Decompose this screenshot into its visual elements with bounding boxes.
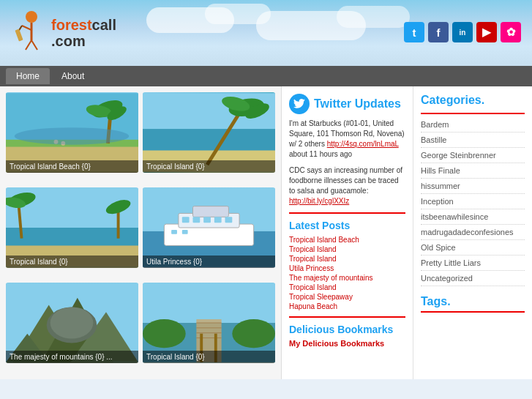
svg-rect-39 bbox=[203, 217, 211, 223]
svg-rect-38 bbox=[192, 217, 200, 223]
latest-posts-title: Latest Posts bbox=[289, 220, 405, 231]
svg-rect-41 bbox=[225, 217, 233, 223]
post-link-4[interactable]: The majesty of mountains bbox=[289, 274, 405, 282]
categories-title: Categories. bbox=[421, 94, 525, 107]
category-hills[interactable]: Hills Finale bbox=[421, 163, 525, 179]
cloud-decoration-4 bbox=[337, 6, 410, 28]
post-link-1[interactable]: Tropical Island bbox=[289, 245, 405, 253]
gallery-item-5[interactable]: Tropical Island {0} bbox=[143, 283, 275, 363]
svg-rect-40 bbox=[214, 217, 222, 223]
main-content: Tropical Island Beach {0} Tropical Islan… bbox=[0, 86, 532, 379]
gallery-item-4[interactable]: The majesty of mountains {0} ... bbox=[6, 283, 138, 363]
twitter-updates-title: Twitter Updates bbox=[314, 97, 401, 111]
delicious-title: Delicious Bookmarks bbox=[289, 324, 405, 335]
svg-rect-6 bbox=[15, 29, 23, 41]
post-link-0[interactable]: Tropical Island Beach bbox=[289, 236, 405, 244]
gallery-caption-2: Tropical Island {0} bbox=[6, 256, 138, 268]
logo-icon bbox=[11, 10, 51, 57]
tweet-1-link[interactable]: http://4sq.com/lnLmaL bbox=[327, 140, 399, 148]
nav-bar: Home About bbox=[0, 66, 532, 86]
nav-home[interactable]: Home bbox=[6, 68, 50, 84]
svg-point-50 bbox=[50, 307, 94, 338]
post-link-6[interactable]: Tropical Sleepaway bbox=[289, 293, 405, 301]
category-oldspice[interactable]: Old Spice bbox=[421, 240, 525, 256]
category-itsbeen[interactable]: itsbeenawhilesince bbox=[421, 209, 525, 225]
category-madrugada[interactable]: madrugadadeconfesiones bbox=[421, 225, 525, 240]
gallery-item-3[interactable]: Utila Princess {0} bbox=[143, 187, 275, 268]
svg-point-61 bbox=[232, 319, 275, 348]
twitter-updates-header: Twitter Updates bbox=[289, 94, 405, 114]
twitter-social-icon[interactable]: t bbox=[404, 22, 424, 42]
tweet-1-time: about 11 hours ago bbox=[289, 150, 352, 158]
linkedin-social-icon[interactable]: in bbox=[452, 22, 473, 42]
gallery-caption-5: Tropical Island {0} bbox=[143, 351, 275, 363]
svg-line-2 bbox=[22, 26, 31, 30]
gallery-grid: Tropical Island Beach {0} Tropical Islan… bbox=[0, 86, 282, 379]
svg-rect-42 bbox=[171, 230, 177, 234]
tags-title: Tags. bbox=[421, 295, 525, 308]
logo[interactable]: forestcall .com bbox=[11, 10, 116, 57]
post-link-5[interactable]: Tropical Island bbox=[289, 283, 405, 291]
nav-about[interactable]: About bbox=[51, 68, 94, 84]
category-bastille[interactable]: Bastille bbox=[421, 133, 525, 148]
divider-2 bbox=[289, 316, 405, 318]
svg-line-4 bbox=[26, 40, 31, 50]
svg-point-16 bbox=[15, 127, 130, 144]
category-inception[interactable]: Inception bbox=[421, 194, 525, 209]
post-link-3[interactable]: Utila Princess bbox=[289, 264, 405, 272]
svg-line-5 bbox=[31, 40, 37, 50]
svg-rect-19 bbox=[143, 129, 275, 150]
gallery-item-0[interactable]: Tropical Island Beach {0} bbox=[6, 92, 138, 173]
social-icons-bar: t f in ▶ ✿ bbox=[404, 22, 521, 42]
svg-point-0 bbox=[26, 11, 37, 23]
divider-1 bbox=[289, 212, 405, 214]
gallery-caption-3: Utila Princess {0} bbox=[143, 256, 275, 268]
tweet-2-text: CDC says an increasing number of foodbor… bbox=[289, 166, 402, 195]
category-pretty[interactable]: Pretty Little Liars bbox=[421, 256, 525, 271]
categories-divider bbox=[421, 113, 525, 114]
category-uncategorized[interactable]: Uncategorized bbox=[421, 271, 525, 286]
tags-divider bbox=[421, 311, 525, 313]
category-hissummer[interactable]: hissummer bbox=[421, 179, 525, 194]
gallery-item-2[interactable]: Tropical Island {0} bbox=[6, 187, 138, 268]
svg-point-60 bbox=[143, 319, 186, 348]
svg-rect-37 bbox=[182, 217, 190, 223]
logo-text: forestcall .com bbox=[51, 17, 116, 50]
gallery-caption-0: Tropical Island Beach {0} bbox=[6, 160, 138, 173]
header: forestcall .com t f in ▶ ✿ bbox=[0, 0, 532, 66]
facebook-social-icon[interactable]: f bbox=[428, 22, 449, 42]
tweet-1: I'm at Starbucks (#01-01, United Square,… bbox=[289, 119, 405, 160]
svg-rect-36 bbox=[192, 206, 228, 217]
bird-svg bbox=[293, 99, 305, 109]
tweet-2: CDC says an increasing number of foodbor… bbox=[289, 165, 405, 206]
gallery-caption-1: Tropical Island {0} bbox=[143, 160, 275, 173]
post-link-7[interactable]: Hapuna Beach bbox=[289, 302, 405, 310]
youtube-social-icon[interactable]: ▶ bbox=[476, 22, 497, 42]
delicious-link[interactable]: My Delicious Bookmarks bbox=[289, 339, 384, 348]
twitter-bird-icon bbox=[289, 94, 310, 114]
flickr-social-icon[interactable]: ✿ bbox=[501, 22, 521, 42]
category-george[interactable]: George Steinbrenner bbox=[421, 148, 525, 163]
category-bardem[interactable]: Bardem bbox=[421, 117, 525, 133]
tweet-2-link[interactable]: http://bit.ly/cglXXIz bbox=[289, 197, 349, 205]
sidebar-right: Categories. Bardem Bastille George Stein… bbox=[413, 86, 532, 379]
svg-rect-43 bbox=[182, 230, 188, 234]
gallery-caption-4: The majesty of mountains {0} ... bbox=[6, 351, 138, 363]
gallery-item-1[interactable]: Tropical Island {0} bbox=[143, 92, 275, 173]
sidebar-middle: Twitter Updates I'm at Starbucks (#01-01… bbox=[282, 86, 413, 379]
post-link-2[interactable]: Tropical Island bbox=[289, 255, 405, 263]
